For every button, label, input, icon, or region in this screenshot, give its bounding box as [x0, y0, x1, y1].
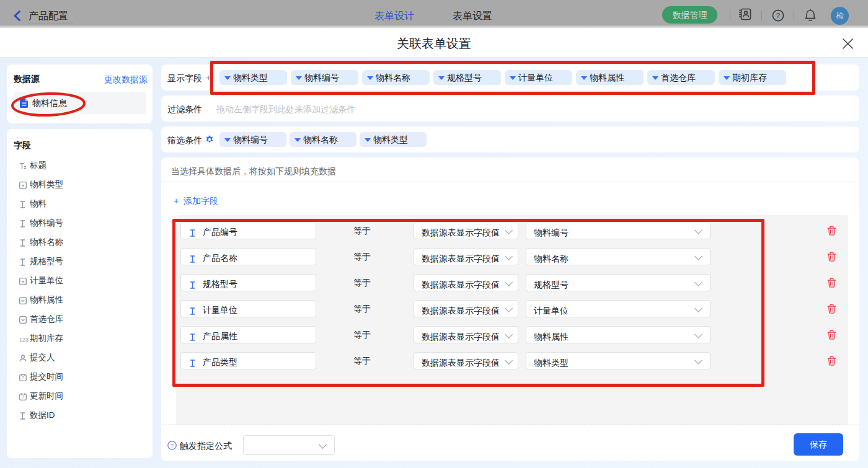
svg-text:7: 7 [22, 376, 24, 380]
svg-text:123: 123 [19, 337, 29, 343]
svg-text:?: ? [170, 442, 174, 449]
svg-text:?: ? [776, 12, 780, 19]
svg-text:7: 7 [22, 395, 24, 399]
